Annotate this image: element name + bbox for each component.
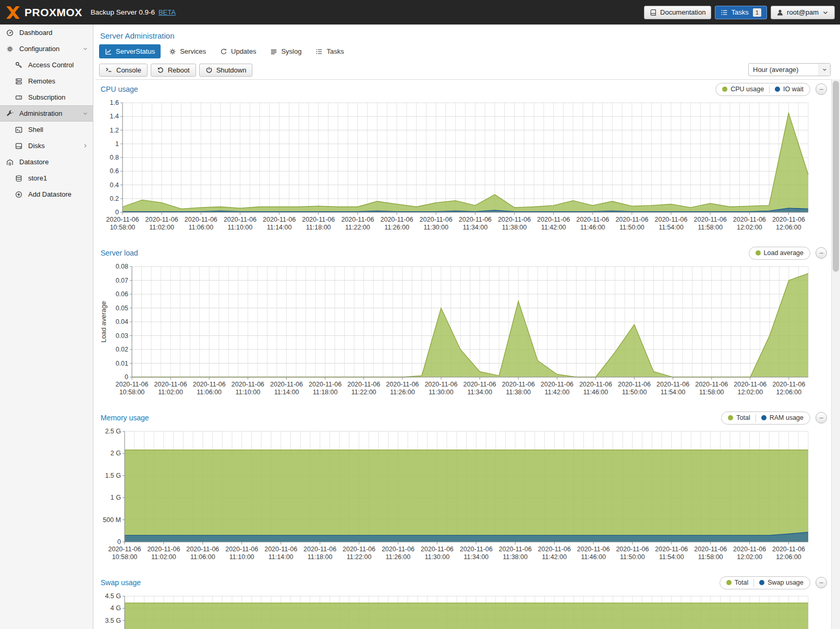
console-label: Console (116, 66, 141, 74)
svg-text:0.4: 0.4 (110, 182, 119, 189)
panel-title: CPU usage (101, 85, 138, 93)
legend-item[interactable]: Load average (756, 249, 804, 257)
tab-label: Syslog (281, 47, 301, 55)
tab-updates[interactable]: Updates (214, 44, 262, 58)
charts-region: CPU usageCPU usageIO wait−00.20.40.60.81… (95, 79, 831, 629)
svg-text:11:42:00: 11:42:00 (544, 389, 569, 396)
tab-services[interactable]: Services (163, 44, 212, 58)
vertical-scrollbar[interactable] (831, 79, 840, 629)
svg-text:2020-11-06: 2020-11-06 (459, 216, 492, 223)
user-label: root@pam (787, 8, 819, 16)
svg-text:11:50:00: 11:50:00 (620, 553, 645, 561)
sidebar-item-shell[interactable]: Shell (0, 122, 93, 138)
beta-link[interactable]: BETA (159, 8, 176, 16)
svg-text:12:02:00: 12:02:00 (737, 224, 762, 231)
sidebar-item-datastore[interactable]: Datastore (0, 154, 93, 170)
svg-text:2020-11-06: 2020-11-06 (618, 381, 651, 388)
chevron-down-icon[interactable] (82, 111, 88, 116)
svg-text:11:18:00: 11:18:00 (306, 224, 331, 231)
svg-text:11:50:00: 11:50:00 (619, 224, 644, 231)
svg-text:11:38:00: 11:38:00 (506, 389, 531, 396)
svg-text:11:46:00: 11:46:00 (581, 553, 606, 561)
tab-serverstatus[interactable]: ServerStatus (99, 44, 161, 58)
tab-label: Services (180, 47, 206, 55)
svg-text:2020-11-06: 2020-11-06 (382, 546, 415, 553)
legend-item[interactable]: RAM usage (761, 414, 804, 421)
svg-text:11:38:00: 11:38:00 (503, 553, 528, 561)
svg-text:11:02:00: 11:02:00 (158, 389, 183, 396)
time-range-value: Hour (average) (753, 66, 798, 74)
sidebar-item-add-datastore[interactable]: Add Datastore (0, 186, 93, 202)
console-button[interactable]: Console (99, 64, 148, 77)
legend-item[interactable]: CPU usage (722, 86, 764, 93)
sidebar-item-store1[interactable]: store1 (0, 170, 93, 186)
svg-text:11:54:00: 11:54:00 (659, 224, 684, 231)
svg-text:2020-11-06: 2020-11-06 (656, 381, 689, 388)
panel-body: 0500 M1 G1.5 G2 G2.5 G2020-11-0610:58:00… (95, 427, 831, 566)
chevron-down-icon[interactable] (82, 46, 88, 52)
sidebar-item-administration[interactable]: Administration (0, 105, 93, 122)
legend-item[interactable]: Total (726, 579, 748, 586)
console-icon (105, 66, 113, 74)
svg-text:0.06: 0.06 (116, 291, 128, 298)
svg-text:0: 0 (115, 209, 119, 216)
legend-item[interactable]: Swap usage (759, 579, 804, 586)
user-menu-button[interactable]: root@pam (771, 6, 835, 19)
panel-header: Server loadLoad average− (95, 244, 831, 262)
svg-text:1.2: 1.2 (110, 127, 119, 134)
collapse-panel-icon[interactable]: − (815, 577, 827, 588)
tasks-count-badge: 1 (753, 8, 761, 17)
legend-item[interactable]: IO wait (775, 86, 804, 93)
svg-text:0.07: 0.07 (116, 277, 128, 284)
sidebar-item-label: Access Control (28, 61, 74, 69)
documentation-button[interactable]: Documentation (644, 6, 711, 19)
sidebar-item-label: Disks (28, 142, 45, 150)
sidebar-item-disks[interactable]: Disks (0, 138, 93, 154)
svg-text:0.05: 0.05 (116, 305, 128, 312)
syslog-icon (270, 48, 277, 55)
svg-text:2020-11-06: 2020-11-06 (264, 546, 297, 553)
wrench-icon (6, 110, 15, 117)
svg-text:2020-11-06: 2020-11-06 (303, 546, 336, 553)
shutdown-label: Shutdown (216, 66, 247, 74)
shutdown-button[interactable]: Shutdown (199, 64, 253, 77)
panel-header: Memory usageTotalRAM usage− (95, 408, 831, 427)
svg-text:2020-11-06: 2020-11-06 (463, 381, 496, 388)
legend-item[interactable]: Total (728, 414, 750, 421)
collapse-panel-icon[interactable]: − (815, 247, 827, 259)
svg-text:2020-11-06: 2020-11-06 (424, 381, 457, 388)
svg-text:2020-11-06: 2020-11-06 (502, 381, 535, 388)
svg-text:11:06:00: 11:06:00 (188, 224, 213, 231)
svg-text:11:22:00: 11:22:00 (345, 224, 370, 231)
tab-syslog[interactable]: Syslog (264, 44, 307, 58)
svg-text:10:58:00: 10:58:00 (112, 553, 138, 561)
time-range-select[interactable]: Hour (average) (748, 63, 831, 76)
svg-text:0: 0 (117, 538, 121, 546)
chart-legend: TotalRAM usage (721, 412, 810, 425)
sidebar-item-configuration[interactable]: Configuration (0, 41, 93, 57)
svg-text:2020-11-06: 2020-11-06 (193, 381, 226, 388)
scrollbar-thumb[interactable] (833, 81, 839, 272)
svg-text:2020-11-06: 2020-11-06 (772, 381, 805, 388)
tasks-button[interactable]: Tasks 1 (715, 6, 767, 19)
sidebar-item-access-control[interactable]: Access Control (0, 57, 93, 73)
chevron-right-icon[interactable] (82, 143, 88, 149)
sidebar-item-label: Subscription (28, 93, 66, 101)
sidebar-item-subscription[interactable]: Subscription (0, 89, 93, 105)
sidebar: DashboardConfigurationAccess ControlRemo… (0, 25, 93, 629)
tab-tasks[interactable]: Tasks (310, 44, 349, 58)
svg-text:2020-11-06: 2020-11-06 (498, 216, 531, 223)
panel-title: Server load (101, 249, 138, 257)
sidebar-item-remotes[interactable]: Remotes (0, 73, 93, 89)
datastore-icon (6, 159, 15, 166)
collapse-panel-icon[interactable]: − (815, 412, 827, 424)
collapse-panel-icon[interactable]: − (815, 83, 827, 95)
sidebar-item-dashboard[interactable]: Dashboard (0, 25, 93, 41)
reboot-button[interactable]: Reboot (151, 64, 196, 77)
svg-text:11:22:00: 11:22:00 (351, 389, 376, 396)
svg-text:2020-11-06: 2020-11-06 (576, 216, 609, 223)
svg-text:2020-11-06: 2020-11-06 (386, 381, 419, 388)
toolbar: Console Reboot Shutdown Hour (average) (99, 63, 840, 77)
svg-text:2.5 G: 2.5 G (105, 428, 121, 435)
svg-text:2020-11-06: 2020-11-06 (420, 216, 453, 223)
